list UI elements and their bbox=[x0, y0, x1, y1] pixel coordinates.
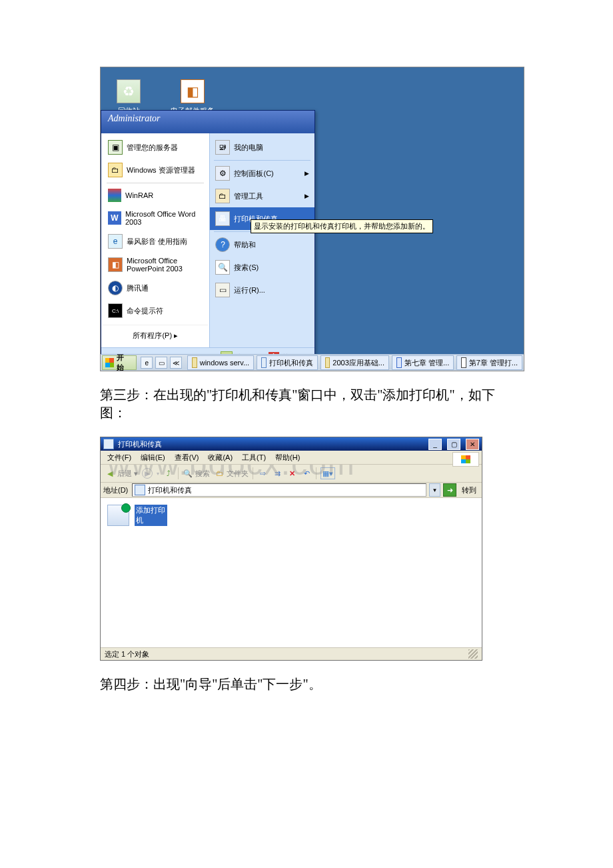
tencent-rtx[interactable]: ◐ 腾讯通 bbox=[103, 277, 208, 299]
ms-powerpoint-2003[interactable]: ◧ Microsoft Office PowerPoint 2003 bbox=[103, 253, 208, 277]
printer-icon bbox=[135, 485, 145, 495]
server-icon: ▣ bbox=[108, 140, 123, 155]
menu-help[interactable]: 帮助(H) bbox=[271, 451, 304, 464]
control-panel[interactable]: ⚙ 控制面板(C) ▶ bbox=[210, 162, 314, 185]
taskbar-item-printers[interactable]: 打印机和传真 bbox=[257, 355, 318, 370]
maximize-button[interactable]: ▢ bbox=[447, 439, 460, 450]
close-button[interactable]: ✕ bbox=[466, 439, 479, 450]
menu-tools[interactable]: 工具(T) bbox=[238, 451, 270, 464]
taskbar-item-windows-server[interactable]: windows serv... bbox=[187, 355, 254, 370]
screenshot-start-menu: ♻ 回收站 ◧ 电子邮件服务 Administrator ▣ 管理您的服务器 🗀 bbox=[100, 67, 524, 371]
baofeng-guide[interactable]: e 暴风影音 使用指南 bbox=[103, 230, 208, 253]
add-printer-icon bbox=[107, 505, 129, 526]
go-button[interactable]: ➜ bbox=[443, 483, 456, 497]
admin-tools-icon: 🗀 bbox=[215, 189, 230, 203]
search-icon: 🔍 bbox=[215, 260, 230, 275]
powerpoint-icon: ◧ bbox=[108, 257, 123, 272]
taskbar-item-chapter7[interactable]: 第7章 管理打... bbox=[456, 355, 522, 370]
media-quicklaunch-icon[interactable]: ≪ bbox=[170, 357, 182, 369]
command-prompt[interactable]: C:\ 命令提示符 bbox=[103, 299, 208, 322]
folder-icon: 🗀 bbox=[108, 163, 123, 177]
desktop-quicklaunch-icon[interactable]: ▭ bbox=[155, 357, 167, 369]
start-menu-left: ▣ 管理您的服务器 🗀 Windows 资源管理器 WinRAR W Mi bbox=[101, 133, 209, 347]
back-button[interactable]: ◀后退 ▾ bbox=[105, 468, 138, 479]
address-field[interactable]: 打印机和传真 bbox=[132, 483, 426, 497]
windows-explorer[interactable]: 🗀 Windows 资源管理器 bbox=[103, 159, 208, 181]
menu-file[interactable]: 文件(F) bbox=[103, 451, 135, 464]
start-menu: Administrator ▣ 管理您的服务器 🗀 Windows 资源管理器 bbox=[101, 110, 315, 367]
help-icon: ? bbox=[215, 237, 230, 252]
address-dropdown[interactable]: ▼ bbox=[429, 483, 440, 497]
address-value: 打印机和传真 bbox=[148, 485, 192, 495]
toolbar: ◀后退 ▾ ▶▾ ⤴ 🔍搜索 🗀文件夹 ⇨ ⇉ ✕ ↶ ▦▾ bbox=[101, 465, 482, 483]
go-label: 转到 bbox=[459, 485, 479, 495]
winrar-icon bbox=[108, 189, 121, 202]
rtx-icon: ◐ bbox=[108, 281, 123, 295]
forward-button: ▶ bbox=[142, 468, 153, 479]
up-button[interactable]: ⤴ bbox=[163, 468, 174, 479]
copy-to-icon[interactable]: ⇉ bbox=[272, 468, 283, 479]
start-menu-right: 🖳 我的电脑 ⚙ 控制面板(C) ▶ 🗀 管理工具 ▶ bbox=[209, 133, 314, 347]
printer-icon bbox=[103, 439, 114, 449]
window-titlebar: 打印机和传真 _ ▢ ✕ bbox=[101, 437, 482, 451]
address-bar: 地址(D) 打印机和传真 ▼ ➜ 转到 bbox=[101, 483, 482, 498]
admin-tools[interactable]: 🗀 管理工具 ▶ bbox=[210, 185, 314, 207]
search-button[interactable]: 🔍搜索 bbox=[183, 468, 210, 479]
ie-quicklaunch-icon[interactable]: e bbox=[141, 357, 153, 369]
my-computer[interactable]: 🖳 我的电脑 bbox=[210, 136, 314, 159]
status-bar: 选定 1 个对象 bbox=[101, 647, 482, 660]
control-panel-icon: ⚙ bbox=[215, 166, 230, 181]
delete-icon[interactable]: ✕ bbox=[287, 468, 297, 479]
views-button[interactable]: ▦▾ bbox=[320, 467, 335, 479]
resize-grip-icon[interactable] bbox=[468, 649, 478, 659]
window-body: 添加打印机 bbox=[101, 498, 482, 647]
menu-favorites[interactable]: 收藏(A) bbox=[204, 451, 237, 464]
add-printer-item[interactable]: 添加打印机 bbox=[107, 505, 167, 526]
chevron-right-icon: ▶ bbox=[305, 170, 309, 177]
windows-flag-icon bbox=[105, 358, 114, 367]
step4-text: 第四步：出现"向导"后单击"下一步"。 bbox=[100, 675, 513, 693]
start-menu-user: Administrator bbox=[101, 111, 314, 133]
window-title: 打印机和传真 bbox=[118, 439, 162, 449]
computer-icon: 🖳 bbox=[215, 140, 230, 155]
printer-icon: 🖶 bbox=[215, 211, 230, 226]
screenshot-printers-window: www.bdocx.com 打印机和传真 _ ▢ ✕ 文件(F) 编辑(E) 查… bbox=[100, 437, 482, 661]
folder-icon bbox=[192, 357, 197, 368]
all-programs[interactable]: 所有程序(P) ▸ bbox=[103, 325, 208, 345]
run[interactable]: ▭ 运行(R)... bbox=[210, 279, 314, 301]
move-to-icon[interactable]: ⇨ bbox=[257, 468, 268, 479]
winrar[interactable]: WinRAR bbox=[103, 185, 208, 206]
status-text: 选定 1 个对象 bbox=[105, 649, 149, 659]
help-and-support[interactable]: ? 帮助和 bbox=[210, 233, 314, 256]
doc-icon bbox=[461, 357, 466, 368]
cmd-icon: C:\ bbox=[108, 303, 123, 318]
run-icon: ▭ bbox=[215, 283, 230, 297]
folder-icon bbox=[325, 357, 330, 368]
ie-icon: e bbox=[108, 234, 123, 249]
search[interactable]: 🔍 搜索(S) bbox=[210, 256, 314, 279]
step3-text: 第三步：在出现的"打印机和传真"窗口中，双击"添加打印机"，如下图： bbox=[100, 386, 513, 422]
undo-icon[interactable]: ↶ bbox=[301, 468, 312, 479]
menubar: 文件(F) 编辑(E) 查看(V) 收藏(A) 工具(T) 帮助(H) bbox=[101, 451, 482, 465]
taskbar-item-chapter7-doc[interactable]: 第七章 管理... bbox=[392, 355, 454, 370]
quick-launch: e ▭ ≪ bbox=[137, 357, 186, 369]
windows-flag-icon bbox=[452, 452, 479, 467]
ms-word-2003[interactable]: W Microsoft Office Word 2003 bbox=[103, 206, 208, 230]
printer-icon bbox=[261, 357, 267, 368]
start-button[interactable]: 开始 bbox=[102, 355, 137, 370]
folders-button[interactable]: 🗀文件夹 bbox=[214, 468, 249, 479]
chevron-right-icon: ▶ bbox=[305, 193, 309, 199]
manage-your-server[interactable]: ▣ 管理您的服务器 bbox=[103, 136, 208, 159]
word-doc-icon bbox=[396, 357, 402, 368]
word-icon: W bbox=[108, 211, 121, 225]
menu-edit[interactable]: 编辑(E) bbox=[137, 451, 169, 464]
menu-view[interactable]: 查看(V) bbox=[171, 451, 203, 464]
minimize-button[interactable]: _ bbox=[428, 439, 442, 450]
printers-tooltip: 显示安装的打印机和传真打印机，并帮助您添加新的。 bbox=[251, 219, 433, 233]
taskbar: 开始 e ▭ ≪ windows serv... 打印机和传真 2003应用基础… bbox=[101, 354, 524, 371]
address-label: 地址(D) bbox=[103, 485, 129, 495]
taskbar-item-2003-base[interactable]: 2003应用基础... bbox=[320, 355, 389, 370]
add-printer-label: 添加打印机 bbox=[135, 505, 167, 526]
